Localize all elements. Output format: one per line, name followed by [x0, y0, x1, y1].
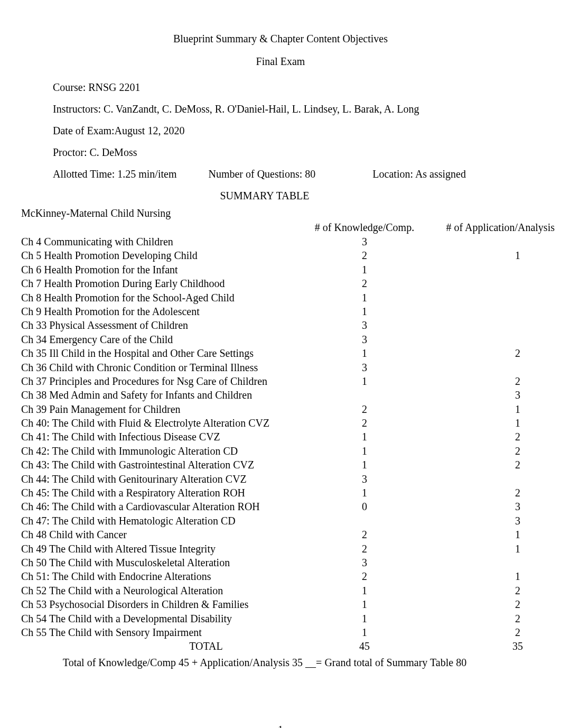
knowledge-cell: 2	[306, 277, 423, 290]
table-row: Ch 51: The Child with Endocrine Alterati…	[21, 569, 540, 583]
table-row: Ch 44: The Child with Genitourinary Alte…	[21, 472, 540, 486]
chapter-cell: Ch 35 Ill Child in the Hospital and Othe…	[21, 346, 306, 360]
knowledge-cell: 3	[306, 333, 423, 346]
chapter-cell: Ch 6 Health Promotion for the Infant	[21, 263, 306, 277]
total-knowledge: 45	[306, 639, 423, 653]
page-title: Blueprint Summary & Chapter Content Obje…	[21, 32, 540, 46]
application-cell	[423, 305, 560, 318]
chapter-cell: Ch 36 Child with Chronic Condition or Te…	[21, 361, 306, 374]
chapter-cell: Ch 49 The Child with Altered Tissue Inte…	[21, 542, 306, 556]
chapter-cell: Ch 9 Health Promotion for the Adolescent	[21, 305, 306, 318]
knowledge-cell: 3	[306, 235, 423, 248]
knowledge-cell: 1	[306, 263, 423, 277]
chapter-cell: Ch 43: The Child with Gastrointestinal A…	[21, 458, 306, 472]
chapter-cell: Ch 39 Pain Management for Children	[21, 402, 306, 416]
table-row: Ch 4 Communicating with Children3	[21, 235, 540, 248]
knowledge-cell: 1	[306, 458, 423, 472]
page-subtitle: Final Exam	[21, 54, 540, 69]
table-header-row: # of Knowledge/Comp. # of Application/An…	[21, 220, 540, 235]
chapter-cell: Ch 37 Principles and Procedures for Nsg …	[21, 374, 306, 388]
application-cell	[423, 235, 560, 248]
application-cell: 2	[423, 612, 560, 625]
application-cell: 1	[423, 569, 560, 583]
knowledge-cell: 0	[306, 500, 423, 513]
book-title: McKinney-Maternal Child Nursing	[21, 206, 540, 220]
table-row: Ch 50 The Child with Musculoskeletal Alt…	[21, 556, 540, 569]
chapter-cell: Ch 45: The Child with a Respiratory Alte…	[21, 486, 306, 500]
table-row: Ch 46: The Child with a Cardiovascular A…	[21, 500, 540, 513]
chapter-cell: Ch 41: The Child with Infectious Disease…	[21, 430, 306, 444]
column-header-knowledge: # of Knowledge/Comp.	[306, 220, 423, 235]
application-cell	[423, 361, 560, 374]
table-row: Ch 49 The Child with Altered Tissue Inte…	[21, 542, 540, 556]
knowledge-cell: 2	[306, 569, 423, 583]
application-cell: 3	[423, 388, 560, 402]
chapter-cell: Ch 51: The Child with Endocrine Alterati…	[21, 569, 306, 583]
application-cell: 1	[423, 542, 560, 556]
chapter-cell: Ch 4 Communicating with Children	[21, 235, 306, 248]
application-cell: 2	[423, 430, 560, 444]
knowledge-cell: 1	[306, 612, 423, 625]
exam-detail-line: Allotted Time: 1.25 min/item Number of Q…	[53, 167, 540, 181]
table-row: Ch 36 Child with Chronic Condition or Te…	[21, 361, 540, 374]
chapter-cell: Ch 52 The Child with a Neurological Alte…	[21, 584, 306, 597]
knowledge-cell: 3	[306, 472, 423, 486]
application-cell: 2	[423, 374, 560, 388]
knowledge-cell: 2	[306, 416, 423, 430]
table-row: Ch 33 Physical Assessment of Children3	[21, 318, 540, 332]
application-cell: 3	[423, 500, 560, 513]
knowledge-cell: 3	[306, 318, 423, 332]
application-cell: 1	[423, 248, 560, 262]
knowledge-cell	[306, 514, 423, 528]
exam-date-line: Date of Exam:August 12, 2020	[53, 124, 540, 138]
table-row: Ch 9 Health Promotion for the Adolescent…	[21, 305, 540, 318]
knowledge-cell: 1	[306, 444, 423, 458]
application-cell: 1	[423, 528, 560, 541]
application-cell: 2	[423, 444, 560, 458]
chapter-cell: Ch 38 Med Admin and Safety for Infants a…	[21, 388, 306, 402]
knowledge-cell: 1	[306, 305, 423, 318]
application-cell	[423, 472, 560, 486]
table-row: Ch 53 Psychosocial Disorders in Children…	[21, 597, 540, 611]
application-cell: 3	[423, 514, 560, 528]
table-row: Ch 34 Emergency Care of the Child3	[21, 333, 540, 346]
knowledge-cell: 1	[306, 346, 423, 360]
table-row: Ch 41: The Child with Infectious Disease…	[21, 430, 540, 444]
knowledge-cell: 2	[306, 402, 423, 416]
proctor-line: Proctor: C. DeMoss	[53, 145, 540, 160]
chapter-cell: Ch 7 Health Promotion During Early Child…	[21, 277, 306, 290]
application-cell: 1	[423, 416, 560, 430]
page-number: 1	[21, 723, 540, 728]
application-cell: 1	[423, 402, 560, 416]
table-row: Ch 55 The Child with Sensory Impairment1…	[21, 625, 540, 639]
chapter-cell: Ch 53 Psychosocial Disorders in Children…	[21, 597, 306, 611]
chapter-cell: Ch 33 Physical Assessment of Children	[21, 318, 306, 332]
summary-table-label: SUMMARY TABLE	[53, 189, 540, 203]
chapter-cell: Ch 34 Emergency Care of the Child	[21, 333, 306, 346]
application-cell: 2	[423, 597, 560, 611]
chapter-cell: Ch 5 Health Promotion Developing Child	[21, 248, 306, 262]
application-cell: 2	[423, 584, 560, 597]
table-row: Ch 35 Ill Child in the Hospital and Othe…	[21, 346, 540, 360]
application-cell: 2	[423, 346, 560, 360]
table-row: Ch 7 Health Promotion During Early Child…	[21, 277, 540, 290]
table-row: Ch 8 Health Promotion for the School-Age…	[21, 291, 540, 305]
knowledge-cell: 2	[306, 542, 423, 556]
chapter-cell: Ch 44: The Child with Genitourinary Alte…	[21, 472, 306, 486]
knowledge-cell: 1	[306, 584, 423, 597]
knowledge-cell: 1	[306, 374, 423, 388]
knowledge-cell: 3	[306, 361, 423, 374]
total-row: TOTAL 45 35	[21, 639, 540, 653]
knowledge-cell: 1	[306, 625, 423, 639]
chapter-cell: Ch 42: The Child with Immunologic Altera…	[21, 444, 306, 458]
table-row: Ch 39 Pain Management for Children21	[21, 402, 540, 416]
table-row: Ch 42: The Child with Immunologic Altera…	[21, 444, 540, 458]
table-row: Ch 40: The Child with Fluid & Electrolyt…	[21, 416, 540, 430]
table-row: Ch 52 The Child with a Neurological Alte…	[21, 584, 540, 597]
knowledge-cell: 1	[306, 291, 423, 305]
instructors-line: Instructors: C. VanZandt, C. DeMoss, R. …	[53, 102, 540, 116]
chapter-cell: Ch 8 Health Promotion for the School-Age…	[21, 291, 306, 305]
application-cell	[423, 333, 560, 346]
chapter-cell: Ch 47: The Child with Hematologic Altera…	[21, 514, 306, 528]
chapter-cell: Ch 48 Child with Cancer	[21, 528, 306, 541]
